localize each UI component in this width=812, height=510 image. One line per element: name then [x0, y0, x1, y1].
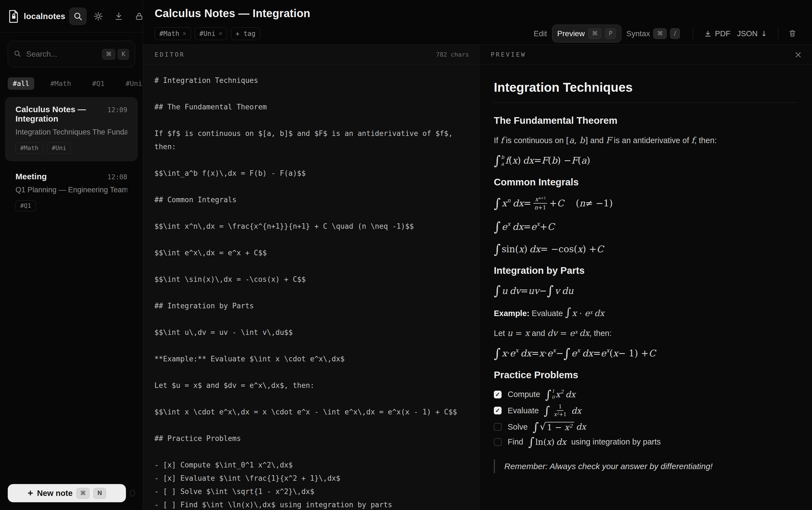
- math-token: , then:: [694, 136, 717, 145]
- close-preview-button[interactable]: ×: [794, 50, 802, 59]
- fraction-numerator: xn+1: [533, 196, 547, 204]
- math-token: e: [501, 222, 507, 232]
- editor-textarea[interactable]: # Integration Techniques ## The Fundamen…: [143, 64, 479, 510]
- import-button[interactable]: [110, 7, 127, 25]
- search-input[interactable]: [26, 50, 100, 59]
- cmd-key-badge: ⌘: [588, 28, 602, 39]
- preview-label: PREVIEW: [491, 51, 526, 58]
- math-token: ) −: [557, 155, 572, 166]
- math-token: x: [554, 412, 557, 417]
- export-json-button[interactable]: JSON ↓: [734, 27, 770, 40]
- new-note-button[interactable]: + New note ⌘ N: [8, 484, 126, 502]
- math-superscript: n+1: [538, 196, 546, 200]
- note-item-title: Calculus Notes — Integration: [16, 105, 108, 123]
- note-list-item-meeting[interactable]: Meeting 12:08 Q1 Planning — Engineering …: [5, 164, 138, 219]
- integral-sign: ∫: [494, 243, 500, 256]
- remove-tag-icon[interactable]: ×: [219, 31, 222, 37]
- fraction: xn+1n+1: [533, 196, 548, 211]
- math-superscript: x: [508, 221, 511, 227]
- integral-limits: ba: [501, 155, 504, 166]
- math-token: e: [570, 328, 575, 338]
- search-box[interactable]: ⌘ K: [8, 41, 135, 67]
- delete-note-button[interactable]: [786, 27, 799, 40]
- math-token: dx: [523, 155, 534, 166]
- search-section: ⌘ K: [0, 33, 143, 67]
- preview-title: Integration Techniques: [494, 80, 798, 95]
- math-token: ): [587, 155, 590, 166]
- integral-sign: ∫: [528, 436, 534, 448]
- math-token: x: [564, 422, 569, 432]
- integral-sign: ∫: [494, 197, 500, 210]
- integral-sign: ∫: [533, 421, 539, 433]
- tag-filter-Math[interactable]: #Math: [45, 77, 76, 90]
- checkbox-unchecked[interactable]: [494, 423, 501, 431]
- checkbox-unchecked[interactable]: [494, 438, 501, 446]
- preview-display-math: ∫xndx = xn+1n+1 + C(n ≠ −1): [494, 196, 798, 211]
- syntax-mode-button[interactable]: Syntax ⌘ /: [621, 25, 685, 42]
- integral-sign: ∫: [544, 405, 550, 417]
- radical-glyph: √: [540, 422, 546, 432]
- fraction: 1x2+1: [552, 404, 568, 418]
- note-item-snippet: Integration Techniques The Fundamental T…: [16, 128, 127, 137]
- preview-display-math: ∫x · exdx = x · ex − ∫exdx = ex(x − 1) +…: [494, 347, 798, 360]
- tag-chip-math[interactable]: #Math ×: [155, 27, 191, 40]
- math-token: Let: [494, 329, 507, 338]
- math-token: and: [588, 136, 606, 145]
- math-token: ): [517, 155, 521, 166]
- sidebar-header: localnotes: [0, 0, 143, 33]
- math-token: If: [494, 136, 500, 145]
- checkbox-checked[interactable]: ✓: [494, 407, 501, 415]
- math-token: dv: [510, 286, 521, 296]
- search-button[interactable]: [69, 7, 87, 25]
- cmd-key-badge: ⌘: [653, 28, 667, 39]
- main-area: Calculus Notes — Integration #Math × #Un…: [143, 0, 812, 510]
- tag-filter-Q1[interactable]: #Q1: [87, 77, 109, 90]
- preview-display-math: ∫sin(x)dx = −cos(x) + C: [494, 243, 798, 256]
- upper-limit: b: [501, 155, 504, 160]
- radicand: 1 − x2: [546, 422, 574, 432]
- integral-sign: ∫10: [545, 389, 555, 401]
- math-token: dx: [572, 406, 581, 415]
- export-pdf-button[interactable]: PDF: [701, 27, 734, 40]
- math-token: x: [555, 390, 560, 399]
- theme-toggle-button[interactable]: [89, 7, 107, 25]
- p-key-badge: P: [605, 28, 616, 39]
- remove-tag-icon[interactable]: ×: [182, 31, 186, 37]
- add-tag-button[interactable]: + tag: [231, 27, 260, 40]
- preview-section-heading: The Fundamental Theorem: [494, 115, 798, 126]
- math-token: x: [519, 244, 524, 254]
- checklist-trailing-text: using integration by parts: [571, 437, 661, 447]
- sidebar-actions: [69, 7, 148, 25]
- math-token: dx: [576, 422, 586, 431]
- math-token: n: [579, 198, 585, 208]
- tag-chip-uni[interactable]: #Uni ×: [195, 27, 227, 40]
- math-token: e: [572, 348, 577, 358]
- sidebar-resize-handle[interactable]: [130, 490, 135, 497]
- tag-filter-all[interactable]: #all: [8, 77, 34, 90]
- math-token: e: [510, 348, 515, 358]
- math-token: ): [551, 437, 555, 447]
- integral-glyph: ∫: [563, 347, 570, 360]
- checkbox-checked[interactable]: ✓: [494, 391, 501, 398]
- math-token: +1: [559, 412, 567, 417]
- math-superscript: x: [590, 309, 593, 315]
- math-token: e: [531, 222, 536, 232]
- download-icon: [704, 30, 712, 37]
- math-token: ≠ −1): [585, 198, 613, 208]
- n-key-badge: N: [93, 488, 106, 499]
- math-token: dx: [566, 390, 575, 399]
- math-token: (: [610, 348, 613, 358]
- edit-mode-button[interactable]: Edit: [529, 26, 552, 41]
- integral-glyph: ∫: [544, 405, 550, 417]
- editor-pane: EDITOR 782 chars # Integration Technique…: [143, 45, 479, 510]
- math-token: 1: [558, 404, 562, 409]
- math-token: −: [539, 286, 547, 296]
- preview-mode-button[interactable]: Preview ⌘ P: [552, 25, 621, 42]
- checklist-item: Solve∫√1 − x2dx: [494, 421, 798, 433]
- math-token: is continuous on: [503, 136, 566, 145]
- note-list-item-calculus[interactable]: Calculus Notes — Integration 12:09 Integ…: [5, 97, 138, 161]
- app-title: localnotes: [24, 11, 65, 21]
- integral-sign: ∫: [494, 284, 500, 297]
- math-token: dx: [556, 437, 566, 447]
- checklist-item: ✓Evaluate∫1x2+1dx: [494, 404, 798, 418]
